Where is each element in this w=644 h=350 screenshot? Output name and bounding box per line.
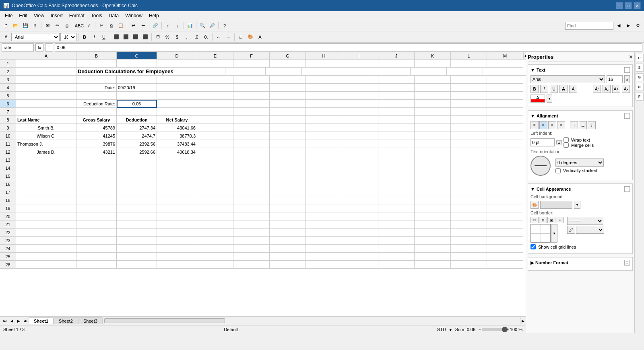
merge-cells-checkbox[interactable] [564,142,569,148]
cell-g16[interactable] [270,180,306,188]
cell-h9[interactable] [306,124,342,132]
cell-b4[interactable]: Date: [76,84,117,92]
cell-f6[interactable] [233,100,270,108]
cell-g18[interactable] [270,196,306,204]
cell-k18[interactable] [415,196,451,204]
save-button[interactable]: 💾 [21,21,30,30]
cell-c19[interactable] [117,204,157,212]
cell-d20[interactable] [157,212,197,220]
cell-g5[interactable] [270,92,306,100]
border-color-select[interactable]: ──── [576,226,604,234]
hyperlink-button[interactable]: 🔗 [151,21,160,30]
cell-m15[interactable] [487,172,523,180]
cell-l2[interactable] [519,68,526,76]
cell-m9[interactable] [487,124,523,132]
cell-d2[interactable] [225,68,266,76]
cell-e17[interactable] [197,188,233,196]
cell-l5[interactable] [451,92,487,100]
cell-g10[interactable] [270,132,306,140]
cell-e10[interactable] [197,132,233,140]
cell-j20[interactable] [378,212,415,220]
cell-g1[interactable] [270,60,306,68]
cell-k4[interactable] [415,84,451,92]
cell-k10[interactable] [415,132,451,140]
show-grid-lines-checkbox[interactable] [530,244,536,249]
cell-c17[interactable] [117,188,157,196]
cell-a24[interactable] [16,245,76,253]
cell-b23[interactable] [76,237,117,245]
cell-f4[interactable] [233,84,270,92]
bg-color-icon[interactable]: 🎨 [530,201,539,209]
col-header-k[interactable]: K [415,52,451,59]
cell-d8[interactable]: Net Salary [157,116,197,124]
cell-g3[interactable] [270,76,306,84]
cell-f13[interactable] [233,156,270,164]
cell-f15[interactable] [233,172,270,180]
cell-b17[interactable] [76,188,117,196]
cell-d18[interactable] [157,196,197,204]
side-functions-icon[interactable]: F [636,93,644,101]
cell-b5[interactable] [76,92,117,100]
cell-k6[interactable] [415,100,451,108]
cell-g19[interactable] [270,204,306,212]
sheet-nav-prev[interactable]: ◀ [8,318,15,324]
cell-a3[interactable] [16,76,76,84]
cell-e15[interactable] [197,172,233,180]
cell-f9[interactable] [233,124,270,132]
cell-j21[interactable] [378,220,415,229]
cell-d9[interactable]: 43041.66 [157,124,197,132]
cell-d10[interactable]: 38770.3 [157,132,197,140]
cell-k17[interactable] [415,188,451,196]
close-button[interactable]: ✕ [634,2,641,9]
cell-c11[interactable]: 2392.56 [117,140,157,148]
scroll-right-button[interactable]: ▶ [520,317,526,325]
find-input[interactable] [565,22,613,30]
cell-i19[interactable] [342,204,378,212]
cell-h6[interactable] [306,100,342,108]
cell-c5[interactable] [117,92,157,100]
cell-e26[interactable] [197,261,233,269]
cell-b2[interactable]: Deduction Calculations for Employees [76,68,225,76]
indent-more-button[interactable]: → [224,33,233,41]
cell-d15[interactable] [157,172,197,180]
cell-f7[interactable] [233,108,270,116]
horizontal-scrollbar[interactable] [104,318,225,323]
cell-l7[interactable] [451,108,487,116]
email-button[interactable]: ✉ [43,21,52,30]
cell-e21[interactable] [197,220,233,229]
cell-h13[interactable] [306,156,342,164]
props-valign-bot[interactable]: ↓ [588,121,596,129]
align-left-button[interactable]: ⬛ [112,33,121,41]
row-header-3[interactable]: 3 [0,76,16,84]
cell-g2[interactable] [338,68,374,76]
cell-j18[interactable] [378,196,415,204]
cell-d4[interactable] [157,84,197,92]
cell-j25[interactable] [378,253,415,261]
props-valign-top[interactable]: ⊤ [570,121,578,129]
side-navigator-icon[interactable]: N [636,83,644,91]
cell-a4[interactable] [16,84,76,92]
row-header-9[interactable]: 9 [0,124,16,132]
row-header-5[interactable]: 5 [0,92,16,100]
cell-e14[interactable] [197,164,233,172]
cell-l6[interactable] [451,100,487,108]
cell-c8[interactable]: Deduction [117,116,157,124]
cell-b19[interactable] [76,204,117,212]
cell-e11[interactable] [197,140,233,148]
row-header-19[interactable]: 19 [0,204,16,212]
cell-e24[interactable] [197,245,233,253]
cell-b12[interactable]: 43211 [76,148,117,156]
edit-button[interactable]: ✏ [53,21,62,30]
cell-m17[interactable] [487,188,523,196]
row-header-8[interactable]: 8 [0,116,16,124]
cell-j6[interactable] [378,100,415,108]
row-header-14[interactable]: 14 [0,164,16,172]
cell-k19[interactable] [415,204,451,212]
cell-g13[interactable] [270,156,306,164]
cell-a26[interactable] [16,261,76,269]
props-sup-button[interactable]: A² [593,85,601,93]
bg-color-box[interactable] [540,201,572,209]
redo-button[interactable]: ↪ [138,21,147,30]
row-header-17[interactable]: 17 [0,188,16,196]
row-header-6[interactable]: 6 [0,100,16,108]
